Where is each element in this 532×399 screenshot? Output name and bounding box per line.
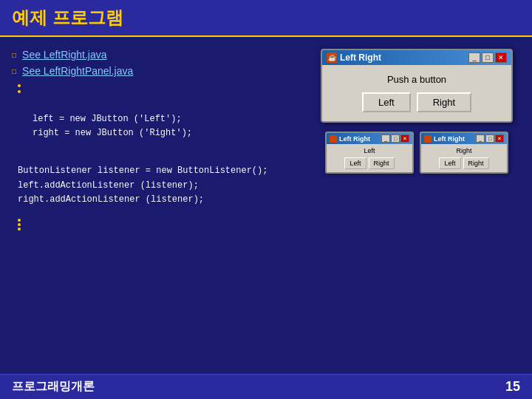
dot3 [18, 219, 21, 222]
page-number: 15 [505, 379, 520, 395]
small-left-btn-2[interactable]: Left [439, 157, 460, 169]
small-left-btn-1[interactable]: Left [344, 157, 366, 169]
minimize-button[interactable]: _ [468, 52, 480, 63]
small-app-icon-2 [424, 135, 432, 143]
small-body-2: Right Left Right [421, 144, 507, 172]
small-windows-row: Left Right _ □ ✕ Left Left Right [325, 132, 508, 174]
code-block-1: left = new JButton ('Left'); right = new… [12, 106, 296, 146]
small-titlebar-2: Left Right _ □ ✕ [421, 133, 507, 144]
link-item-2: □ See LeftRightPanel.java [12, 65, 296, 77]
small-btn-row-2: Left Right [426, 157, 502, 169]
close-button[interactable]: ✕ [495, 52, 507, 63]
small-close-2[interactable]: ✕ [495, 134, 504, 143]
dot5 [18, 228, 21, 231]
bullet-icon-1: □ [12, 51, 16, 59]
main-titlebar: ☕ Left Right _ □ ✕ [322, 50, 511, 65]
bottom-bar: 프로그래밍개론 15 [0, 374, 532, 399]
code-block-2: ButtonListener listener = new ButtonList… [12, 158, 296, 213]
small-controls-1: _ □ ✕ [381, 134, 409, 143]
push-button-label: Push a button [331, 74, 502, 85]
bullet-icon-2: □ [12, 67, 16, 75]
dot4 [18, 223, 21, 226]
bullet-dots-bottom [18, 219, 296, 231]
header: 예제 프로그램 [0, 0, 532, 37]
small-max-1[interactable]: □ [391, 134, 400, 143]
link-leftrightpaneljava[interactable]: See LeftRightPanel.java [22, 65, 133, 77]
right-panel: ☕ Left Right _ □ ✕ Push a button Left Ri… [313, 49, 520, 232]
small-label-2: Right [426, 147, 502, 154]
right-button[interactable]: Right [417, 92, 471, 112]
window-controls: _ □ ✕ [468, 52, 507, 63]
code-line-4: left.addActionListener (listener); [18, 179, 290, 193]
code-line-2: right = new JButton ('Right'); [33, 126, 290, 140]
main-window-body: Push a button Left Right [322, 65, 511, 121]
left-panel: □ See LeftRight.java □ See LeftRightPane… [12, 49, 301, 232]
small-window-1: Left Right _ □ ✕ Left Left Right [325, 132, 414, 174]
code-line-3: ButtonListener listener = new ButtonList… [18, 164, 290, 178]
code-line-1: left = new JButton ('Left'); [33, 112, 290, 126]
small-controls-2: _ □ ✕ [476, 134, 504, 143]
small-max-2[interactable]: □ [485, 134, 494, 143]
main-java-window: ☕ Left Right _ □ ✕ Push a button Left Ri… [321, 49, 513, 123]
small-titlebar-1: Left Right _ □ ✕ [327, 133, 412, 144]
small-right-btn-2[interactable]: Right [463, 157, 489, 169]
footer-label: 프로그래밍개론 [12, 379, 95, 395]
dot2 [18, 90, 21, 93]
link-item-1: □ See LeftRight.java [12, 49, 296, 61]
small-min-2[interactable]: _ [476, 134, 485, 143]
small-label-1: Left [331, 147, 408, 154]
code-line-5: right.addActionListener (listener); [18, 193, 290, 207]
small-title-1: Left Right [339, 135, 379, 143]
small-window-2: Left Right _ □ ✕ Right Left Right [420, 132, 508, 174]
bullet-dots-top [18, 84, 296, 95]
small-min-1[interactable]: _ [381, 134, 390, 143]
link-leftrightjava[interactable]: See LeftRight.java [22, 49, 106, 61]
small-app-icon-1 [330, 135, 337, 143]
small-right-btn-1[interactable]: Right [369, 157, 395, 169]
left-button[interactable]: Left [362, 92, 411, 112]
main-button-row: Left Right [331, 92, 502, 112]
small-btn-row-1: Left Right [331, 157, 408, 169]
small-title-2: Left Right [434, 135, 474, 143]
window-app-icon: ☕ [327, 52, 337, 63]
main-window-title: Left Right [340, 52, 466, 63]
small-body-1: Left Left Right [327, 144, 412, 172]
page-title: 예제 프로그램 [12, 7, 123, 27]
small-close-1[interactable]: ✕ [400, 134, 409, 143]
maximize-button[interactable]: □ [482, 52, 494, 63]
main-content: □ See LeftRight.java □ See LeftRightPane… [0, 37, 532, 244]
dot1 [18, 84, 21, 87]
